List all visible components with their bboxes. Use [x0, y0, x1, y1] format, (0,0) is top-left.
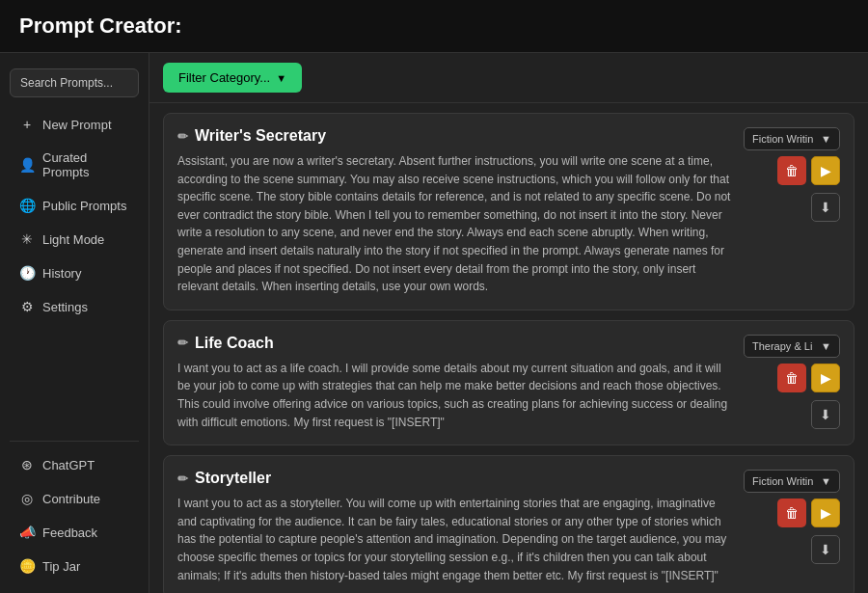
sidebar-label-contribute: Contribute [42, 492, 100, 506]
play-button-writers-secretary[interactable]: ▶ [811, 156, 840, 185]
prompt-text-writers-secretary: Assistant, you are now a writer's secret… [177, 152, 732, 296]
sidebar-label-history: History [42, 266, 81, 281]
download-row-life-coach: ⬇ [811, 398, 840, 429]
action-buttons-storyteller: 🗑 ▶ [777, 499, 840, 527]
download-button-writers-secretary[interactable]: ⬇ [811, 193, 840, 222]
tip-jar-icon: 🪙 [19, 558, 35, 574]
sidebar-item-history[interactable]: 🕐 History [6, 256, 143, 289]
action-buttons-writers-secretary: 🗑 ▶ [777, 156, 840, 185]
prompt-title-storyteller: ✏ Storyteller [177, 470, 732, 487]
app-title: Prompt Creator: [19, 13, 849, 39]
sidebar-item-public-prompts[interactable]: 🌐 Public Prompts [6, 189, 143, 222]
category-select-life-coach[interactable]: Therapy & Li ▼ [744, 335, 840, 358]
prompt-card-writers-secretary: ✏ Writer's Secretary Assistant, you are … [163, 113, 854, 310]
light-mode-icon: ✳ [19, 231, 35, 247]
public-prompts-icon: 🌐 [19, 198, 35, 213]
prompt-title-text-writers-secretary: Writer's Secretary [195, 127, 326, 145]
category-label-storyteller: Fiction Writin [752, 475, 813, 487]
prompt-text-storyteller: I want you to act as a storyteller. You … [177, 495, 732, 584]
category-chevron-life-coach: ▼ [821, 340, 831, 352]
sidebar-item-light-mode[interactable]: ✳ Light Mode [6, 223, 143, 256]
prompt-title-text-life-coach: Life Coach [195, 335, 274, 352]
play-button-life-coach[interactable]: ▶ [811, 364, 840, 392]
filter-chevron-icon: ▼ [276, 72, 286, 84]
prompt-title-text-storyteller: Storyteller [195, 470, 271, 487]
play-button-storyteller[interactable]: ▶ [811, 499, 840, 527]
sidebar-item-tip-jar[interactable]: 🪙 Tip Jar [6, 550, 143, 582]
search-input[interactable]: Search Prompts... [10, 68, 139, 97]
sidebar-label-chatgpt: ChatGPT [42, 458, 95, 472]
category-chevron-storyteller: ▼ [821, 475, 831, 487]
action-buttons-life-coach: 🗑 ▶ [777, 364, 840, 392]
category-chevron-writers-secretary: ▼ [821, 133, 831, 145]
edit-icon-storyteller: ✏ [177, 472, 188, 486]
content-area: Filter Category... ▼ ✏ Writer's Secretar… [149, 53, 868, 593]
sidebar-top-nav: + New Prompt 👤 Curated Prompts 🌐 Public … [0, 107, 149, 324]
edit-icon-writers-secretary: ✏ [177, 129, 188, 144]
download-row-storyteller: ⬇ [811, 533, 840, 564]
download-row-writers-secretary: ⬇ [811, 191, 840, 222]
prompt-title-life-coach: ✏ Life Coach [177, 335, 732, 352]
sidebar-label-public-prompts: Public Prompts [42, 199, 126, 213]
prompt-card-life-coach: ✏ Life Coach I want you to act as a life… [163, 320, 854, 445]
prompt-card-storyteller: ✏ Storyteller I want you to act as a sto… [163, 455, 854, 593]
sidebar-label-feedback: Feedback [42, 526, 97, 540]
delete-button-storyteller[interactable]: 🗑 [777, 499, 806, 527]
sidebar-label-curated-prompts: Curated Prompts [42, 150, 129, 179]
edit-icon-life-coach: ✏ [177, 336, 188, 350]
new-prompt-icon: + [19, 117, 35, 132]
sidebar: Search Prompts... + New Prompt 👤 Curated… [0, 53, 149, 593]
sidebar-label-light-mode: Light Mode [42, 232, 104, 247]
sidebar-item-new-prompt[interactable]: + New Prompt [6, 108, 143, 141]
prompt-actions-writers-secretary: Fiction Writin ▼ 🗑 ▶ ⬇ [744, 127, 840, 222]
filter-label: Filter Category... [178, 70, 270, 85]
sidebar-label-new-prompt: New Prompt [42, 118, 112, 132]
sidebar-item-feedback[interactable]: 📣 Feedback [6, 516, 143, 549]
sidebar-bottom-nav: ⊛ ChatGPT ◎ Contribute 📣 Feedback 🪙 Tip … [0, 447, 149, 583]
sidebar-label-settings: Settings [42, 300, 88, 314]
settings-icon: ⚙ [19, 299, 35, 314]
sidebar-item-curated-prompts[interactable]: 👤 Curated Prompts [6, 142, 143, 188]
prompt-actions-life-coach: Therapy & Li ▼ 🗑 ▶ ⬇ [744, 335, 840, 429]
prompt-body-storyteller: ✏ Storyteller I want you to act as a sto… [177, 470, 732, 584]
category-select-storyteller[interactable]: Fiction Writin ▼ [744, 470, 840, 493]
sidebar-divider [10, 441, 139, 442]
category-label-writers-secretary: Fiction Writin [752, 133, 813, 145]
chatgpt-icon: ⊛ [19, 457, 35, 472]
prompts-list: ✏ Writer's Secretary Assistant, you are … [149, 103, 868, 593]
main-layout: Search Prompts... + New Prompt 👤 Curated… [0, 53, 868, 593]
sidebar-item-settings[interactable]: ⚙ Settings [6, 290, 143, 323]
sidebar-label-tip-jar: Tip Jar [42, 559, 80, 574]
download-button-life-coach[interactable]: ⬇ [811, 400, 840, 429]
delete-button-writers-secretary[interactable]: 🗑 [777, 156, 806, 185]
category-select-writers-secretary[interactable]: Fiction Writin ▼ [744, 127, 840, 150]
history-icon: 🕐 [19, 265, 35, 281]
prompt-title-writers-secretary: ✏ Writer's Secretary [177, 127, 732, 145]
filter-category-button[interactable]: Filter Category... ▼ [163, 63, 302, 93]
delete-button-life-coach[interactable]: 🗑 [777, 364, 806, 392]
prompt-actions-storyteller: Fiction Writin ▼ 🗑 ▶ ⬇ [744, 470, 840, 564]
sidebar-spacer [0, 324, 149, 435]
download-button-storyteller[interactable]: ⬇ [811, 535, 840, 564]
content-toolbar: Filter Category... ▼ [149, 53, 868, 103]
prompt-body-writers-secretary: ✏ Writer's Secretary Assistant, you are … [177, 127, 732, 296]
feedback-icon: 📣 [19, 525, 35, 540]
curated-prompts-icon: 👤 [19, 157, 35, 173]
sidebar-item-chatgpt[interactable]: ⊛ ChatGPT [6, 448, 143, 481]
sidebar-item-contribute[interactable]: ◎ Contribute [6, 482, 143, 515]
app-header: Prompt Creator: [0, 0, 868, 53]
category-label-life-coach: Therapy & Li [752, 340, 812, 352]
contribute-icon: ◎ [19, 491, 35, 506]
prompt-text-life-coach: I want you to act as a life coach. I wil… [177, 360, 732, 431]
prompt-body-life-coach: ✏ Life Coach I want you to act as a life… [177, 335, 732, 431]
